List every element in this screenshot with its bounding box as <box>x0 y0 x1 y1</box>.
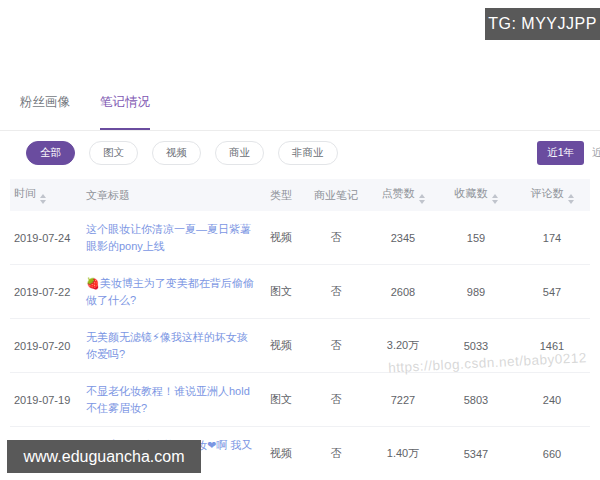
table-row: 2019-07-22 🍓美妆博主为了变美都在背后偷偷做了什么? 图文 否 260… <box>10 265 590 319</box>
header-time-label: 时间 <box>14 187 36 199</box>
cell-type: 视频 <box>258 211 304 265</box>
cell-comments: 174 <box>514 211 590 265</box>
cell-business: 否 <box>304 211 368 265</box>
cell-likes: 3.20万 <box>368 319 438 373</box>
tab-note-status[interactable]: 笔记情况 <box>100 94 150 130</box>
cell-collects: 159 <box>438 211 514 265</box>
cell-collects: 5347 <box>438 427 514 480</box>
cell-business: 否 <box>304 427 368 480</box>
cell-type: 图文 <box>258 373 304 427</box>
sort-icon[interactable] <box>40 194 46 204</box>
sort-icon[interactable] <box>492 194 498 204</box>
time-range-1year-button[interactable]: 近1年 <box>537 141 584 165</box>
cell-comments: 660 <box>514 427 590 480</box>
cell-business: 否 <box>304 319 368 373</box>
cell-date: 2019-07-24 <box>10 211 82 265</box>
header-title: 文章标题 <box>82 179 258 211</box>
cell-date: 2019-07-22 <box>10 265 82 319</box>
sort-icon[interactable] <box>419 194 425 204</box>
cell-business: 否 <box>304 373 368 427</box>
cell-likes: 2608 <box>368 265 438 319</box>
cell-date: 2019-07-20 <box>10 319 82 373</box>
filter-bar: 全部 图文 视频 商业 非商业 近1年 近 <box>0 131 600 175</box>
time-range-group: 近1年 近 <box>537 141 600 165</box>
main-panel: 粉丝画像 笔记情况 全部 图文 视频 商业 非商业 近1年 近 时间 文章标题 <box>0 88 600 480</box>
cell-type: 视频 <box>258 319 304 373</box>
table-row: 2019-07-24 这个眼妆让你清凉一夏—夏日紫薯眼影的pony上线 视频 否… <box>10 211 590 265</box>
cell-title-link[interactable]: 这个眼妆让你清凉一夏—夏日紫薯眼影的pony上线 <box>82 211 258 265</box>
cell-type: 图文 <box>258 265 304 319</box>
cell-date: 2019-07-19 <box>10 373 82 427</box>
cell-type: 视频 <box>258 427 304 480</box>
header-type-label: 类型 <box>270 189 292 201</box>
filter-pill-all[interactable]: 全部 <box>26 141 75 165</box>
cell-comments: 547 <box>514 265 590 319</box>
telegram-watermark: TG: MYYJJPP <box>485 8 600 40</box>
cell-collects: 5803 <box>438 373 514 427</box>
filter-pill-business[interactable]: 商业 <box>215 141 264 165</box>
filter-pill-non-business[interactable]: 非商业 <box>278 141 338 165</box>
cell-likes: 7227 <box>368 373 438 427</box>
header-business-label: 商业笔记 <box>314 189 358 201</box>
cell-title-link[interactable]: 不显老化妆教程！谁说亚洲人hold不住雾眉妆? <box>82 373 258 427</box>
header-type: 类型 <box>258 179 304 211</box>
cell-collects: 989 <box>438 265 514 319</box>
cell-title-link[interactable]: 无美颜无滤镜⚡像我这样的坏女孩你爱吗? <box>82 319 258 373</box>
header-business-note: 商业笔记 <box>304 179 368 211</box>
header-collects[interactable]: 收藏数 <box>438 179 514 211</box>
table-row: 2019-07-19 不显老化妆教程！谁说亚洲人hold不住雾眉妆? 图文 否 … <box>10 373 590 427</box>
cell-title-link[interactable]: 🍓美妆博主为了变美都在背后偷偷做了什么? <box>82 265 258 319</box>
cell-likes: 2345 <box>368 211 438 265</box>
header-collects-label: 收藏数 <box>455 187 488 199</box>
sort-icon[interactable] <box>568 194 574 204</box>
tab-fans-portrait[interactable]: 粉丝画像 <box>20 94 70 120</box>
cell-comments: 240 <box>514 373 590 427</box>
header-time[interactable]: 时间 <box>10 179 82 211</box>
header-title-label: 文章标题 <box>86 189 130 201</box>
header-likes[interactable]: 点赞数 <box>368 179 438 211</box>
cell-business: 否 <box>304 265 368 319</box>
table-row: 2019-07-20 无美颜无滤镜⚡像我这样的坏女孩你爱吗? 视频 否 3.20… <box>10 319 590 373</box>
header-comments[interactable]: 评论数 <box>514 179 590 211</box>
tab-bar: 粉丝画像 笔记情况 <box>0 88 600 131</box>
eduguancha-watermark: www.eduguancha.com <box>7 440 201 473</box>
cell-likes: 1.40万 <box>368 427 438 480</box>
table-header-row: 时间 文章标题 类型 商业笔记 点赞数 收藏数 评论数 <box>10 179 590 211</box>
filter-pill-image-text[interactable]: 图文 <box>89 141 138 165</box>
filter-pill-video[interactable]: 视频 <box>152 141 201 165</box>
header-comments-label: 评论数 <box>531 187 564 199</box>
time-range-clipped-option[interactable]: 近 <box>592 146 600 160</box>
cell-comments: 1461 <box>514 319 590 373</box>
cell-collects: 5033 <box>438 319 514 373</box>
header-likes-label: 点赞数 <box>382 187 415 199</box>
notes-table: 时间 文章标题 类型 商业笔记 点赞数 收藏数 评论数 <box>10 179 590 480</box>
